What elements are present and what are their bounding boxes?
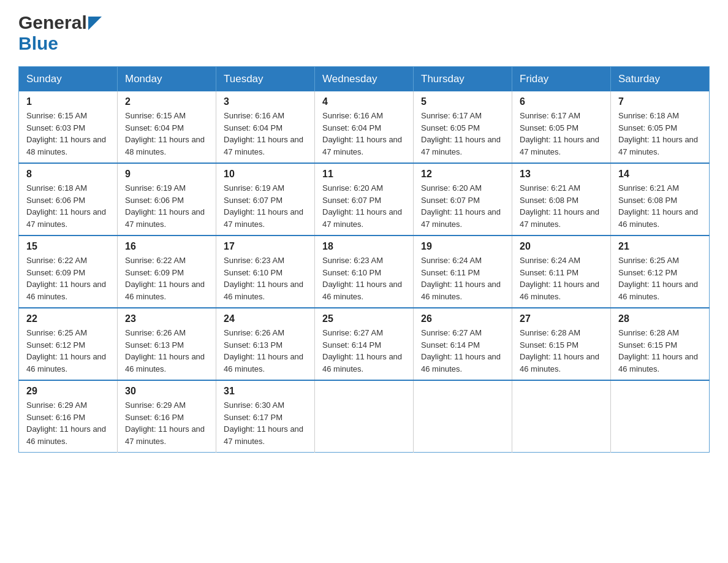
calendar-cell: 6Sunrise: 6:17 AMSunset: 6:05 PMDaylight… [512,91,611,163]
day-number: 20 [520,241,603,252]
day-number: 14 [618,169,702,180]
day-info: Sunrise: 6:19 AMSunset: 6:07 PMDaylight:… [224,182,307,230]
calendar-table: SundayMondayTuesdayWednesdayThursdayFrid… [18,66,710,453]
day-info: Sunrise: 6:22 AMSunset: 6:09 PMDaylight:… [26,255,110,302]
calendar-cell: 30Sunrise: 6:29 AMSunset: 6:16 PMDayligh… [118,380,216,453]
day-number: 27 [520,313,603,324]
day-number: 2 [125,96,208,107]
calendar-header-friday: Friday [512,67,611,92]
calendar-cell: 19Sunrise: 6:24 AMSunset: 6:11 PMDayligh… [414,236,512,308]
calendar-week-row: 1Sunrise: 6:15 AMSunset: 6:03 PMDaylight… [19,91,710,163]
calendar-cell [315,380,414,453]
calendar-cell: 5Sunrise: 6:17 AMSunset: 6:05 PMDaylight… [414,91,512,163]
calendar-cell: 3Sunrise: 6:16 AMSunset: 6:04 PMDaylight… [216,91,315,163]
day-info: Sunrise: 6:24 AMSunset: 6:11 PMDaylight:… [421,255,504,302]
calendar-header-sunday: Sunday [19,67,118,92]
calendar-header-wednesday: Wednesday [315,67,414,92]
day-info: Sunrise: 6:15 AMSunset: 6:04 PMDaylight:… [125,110,208,158]
day-number: 18 [322,241,406,252]
calendar-cell: 18Sunrise: 6:23 AMSunset: 6:10 PMDayligh… [315,236,414,308]
calendar-cell: 23Sunrise: 6:26 AMSunset: 6:13 PMDayligh… [118,308,216,380]
day-number: 12 [421,169,504,180]
calendar-week-row: 15Sunrise: 6:22 AMSunset: 6:09 PMDayligh… [19,236,710,308]
logo-blue-text: Blue [18,33,58,53]
day-number: 23 [125,313,208,324]
day-number: 29 [26,386,110,397]
day-number: 19 [421,241,504,252]
calendar-cell: 20Sunrise: 6:24 AMSunset: 6:11 PMDayligh… [512,236,611,308]
day-info: Sunrise: 6:15 AMSunset: 6:03 PMDaylight:… [26,110,110,158]
day-number: 25 [322,313,406,324]
day-number: 5 [421,96,504,107]
day-info: Sunrise: 6:18 AMSunset: 6:05 PMDaylight:… [618,110,702,158]
logo-general-text: General [18,12,87,33]
calendar-header-monday: Monday [118,67,216,92]
day-number: 28 [618,313,702,324]
day-number: 13 [520,169,603,180]
calendar-cell: 1Sunrise: 6:15 AMSunset: 6:03 PMDaylight… [19,91,118,163]
calendar-cell: 12Sunrise: 6:20 AMSunset: 6:07 PMDayligh… [414,163,512,236]
day-info: Sunrise: 6:17 AMSunset: 6:05 PMDaylight:… [520,110,603,158]
day-info: Sunrise: 6:20 AMSunset: 6:07 PMDaylight:… [421,182,504,230]
calendar-header-tuesday: Tuesday [216,67,315,92]
day-info: Sunrise: 6:29 AMSunset: 6:16 PMDaylight:… [125,399,208,447]
day-info: Sunrise: 6:18 AMSunset: 6:06 PMDaylight:… [26,182,110,230]
calendar-week-row: 22Sunrise: 6:25 AMSunset: 6:12 PMDayligh… [19,308,710,380]
calendar-cell: 2Sunrise: 6:15 AMSunset: 6:04 PMDaylight… [118,91,216,163]
svg-marker-0 [88,17,102,30]
calendar-cell: 29Sunrise: 6:29 AMSunset: 6:16 PMDayligh… [19,380,118,453]
day-number: 21 [618,241,702,252]
calendar-cell [414,380,512,453]
day-info: Sunrise: 6:27 AMSunset: 6:14 PMDaylight:… [322,327,406,375]
day-number: 17 [224,241,307,252]
calendar-cell: 26Sunrise: 6:27 AMSunset: 6:14 PMDayligh… [414,308,512,380]
day-number: 31 [224,386,307,397]
day-info: Sunrise: 6:25 AMSunset: 6:12 PMDaylight:… [618,255,702,302]
calendar-cell: 27Sunrise: 6:28 AMSunset: 6:15 PMDayligh… [512,308,611,380]
day-info: Sunrise: 6:19 AMSunset: 6:06 PMDaylight:… [125,182,208,230]
day-info: Sunrise: 6:23 AMSunset: 6:10 PMDaylight:… [224,255,307,302]
calendar-header-saturday: Saturday [611,67,710,92]
day-number: 9 [125,169,208,180]
calendar-cell [512,380,611,453]
day-info: Sunrise: 6:21 AMSunset: 6:08 PMDaylight:… [520,182,603,230]
day-info: Sunrise: 6:30 AMSunset: 6:17 PMDaylight:… [224,399,307,447]
calendar-cell: 10Sunrise: 6:19 AMSunset: 6:07 PMDayligh… [216,163,315,236]
calendar-cell: 16Sunrise: 6:22 AMSunset: 6:09 PMDayligh… [118,236,216,308]
calendar-cell: 22Sunrise: 6:25 AMSunset: 6:12 PMDayligh… [19,308,118,380]
calendar-cell: 31Sunrise: 6:30 AMSunset: 6:17 PMDayligh… [216,380,315,453]
calendar-cell: 7Sunrise: 6:18 AMSunset: 6:05 PMDaylight… [611,91,710,163]
calendar-cell: 11Sunrise: 6:20 AMSunset: 6:07 PMDayligh… [315,163,414,236]
page-header: General Blue [18,12,710,54]
day-info: Sunrise: 6:20 AMSunset: 6:07 PMDaylight:… [322,182,406,230]
calendar-cell: 15Sunrise: 6:22 AMSunset: 6:09 PMDayligh… [19,236,118,308]
day-info: Sunrise: 6:29 AMSunset: 6:16 PMDaylight:… [26,399,110,447]
day-number: 22 [26,313,110,324]
day-number: 11 [322,169,406,180]
day-info: Sunrise: 6:21 AMSunset: 6:08 PMDaylight:… [618,182,702,230]
day-number: 8 [26,169,110,180]
day-info: Sunrise: 6:24 AMSunset: 6:11 PMDaylight:… [520,255,603,302]
day-info: Sunrise: 6:17 AMSunset: 6:05 PMDaylight:… [421,110,504,158]
calendar-cell [611,380,710,453]
calendar-cell: 24Sunrise: 6:26 AMSunset: 6:13 PMDayligh… [216,308,315,380]
calendar-cell: 9Sunrise: 6:19 AMSunset: 6:06 PMDaylight… [118,163,216,236]
day-number: 10 [224,169,307,180]
day-number: 4 [322,96,406,107]
day-info: Sunrise: 6:27 AMSunset: 6:14 PMDaylight:… [421,327,504,375]
day-info: Sunrise: 6:23 AMSunset: 6:10 PMDaylight:… [322,255,406,302]
day-number: 24 [224,313,307,324]
calendar-cell: 4Sunrise: 6:16 AMSunset: 6:04 PMDaylight… [315,91,414,163]
calendar-cell: 17Sunrise: 6:23 AMSunset: 6:10 PMDayligh… [216,236,315,308]
day-info: Sunrise: 6:22 AMSunset: 6:09 PMDaylight:… [125,255,208,302]
calendar-header-thursday: Thursday [414,67,512,92]
day-number: 7 [618,96,702,107]
day-number: 6 [520,96,603,107]
day-info: Sunrise: 6:28 AMSunset: 6:15 PMDaylight:… [618,327,702,375]
day-info: Sunrise: 6:16 AMSunset: 6:04 PMDaylight:… [322,110,406,158]
calendar-header-row: SundayMondayTuesdayWednesdayThursdayFrid… [19,67,710,92]
day-number: 1 [26,96,110,107]
logo-arrow-icon [88,17,102,30]
calendar-week-row: 29Sunrise: 6:29 AMSunset: 6:16 PMDayligh… [19,380,710,453]
calendar-cell: 28Sunrise: 6:28 AMSunset: 6:15 PMDayligh… [611,308,710,380]
